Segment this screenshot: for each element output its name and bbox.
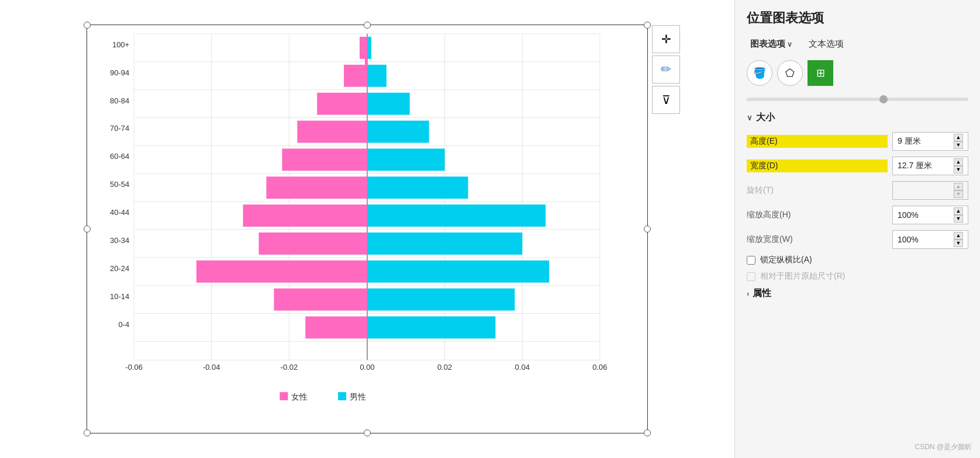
chart-toolbar: ✛ ✏ ⊽ <box>652 25 680 114</box>
filter-icon: ⊽ <box>662 93 671 107</box>
scale-height-value: 100% <box>898 210 951 220</box>
brush-button[interactable]: ✏ <box>652 55 680 84</box>
svg-text:80-84: 80-84 <box>110 96 129 105</box>
lock-ratio-row: 锁定纵横比(A) <box>747 255 968 265</box>
left-panel: ✛ ✏ ⊽ <box>0 0 734 458</box>
svg-text:50-54: 50-54 <box>110 180 129 189</box>
width-value: 12.7 厘米 <box>898 161 951 171</box>
filter-button[interactable]: ⊽ <box>652 86 680 114</box>
height-value: 9 厘米 <box>898 136 951 147</box>
svg-text:女性: 女性 <box>291 392 308 401</box>
attributes-section-header[interactable]: › 属性 <box>747 287 968 300</box>
scale-height-down-button[interactable]: ▼ <box>954 215 963 223</box>
rotation-label: 旋转(T) <box>747 185 888 196</box>
svg-text:10-14: 10-14 <box>110 292 129 301</box>
handle-mr[interactable] <box>644 225 651 233</box>
pentagon-icon: ⬠ <box>785 67 795 79</box>
panel-title: 位置图表选项 <box>747 9 968 27</box>
scale-width-label: 缩放宽度(W) <box>747 234 888 245</box>
height-row: 高度(E) 9 厘米 ▲ ▼ <box>747 132 968 151</box>
chart-container: ✛ ✏ ⊽ <box>87 25 648 433</box>
svg-text:-0.02: -0.02 <box>281 363 298 372</box>
svg-text:60-64: 60-64 <box>110 152 129 161</box>
handle-tl[interactable] <box>84 22 91 29</box>
svg-rect-48 <box>305 317 367 339</box>
svg-rect-38 <box>360 37 367 59</box>
svg-rect-40 <box>317 93 367 115</box>
handle-bc[interactable] <box>364 429 371 436</box>
width-label: 宽度(D) <box>747 159 888 172</box>
handle-tr[interactable] <box>644 22 651 29</box>
relative-size-checkbox[interactable] <box>747 272 755 281</box>
scale-width-row: 缩放宽度(W) 100% ▲ ▼ <box>747 230 968 249</box>
attributes-label: 属性 <box>753 287 771 300</box>
scale-height-value-box[interactable]: 100% ▲ ▼ <box>892 206 968 224</box>
width-row: 宽度(D) 12.7 厘米 ▲ ▼ <box>747 157 968 175</box>
rotation-value-box[interactable]: ▲ ▼ <box>892 181 968 200</box>
lock-ratio-label[interactable]: 锁定纵横比(A) <box>760 255 812 265</box>
slider-thumb[interactable] <box>879 95 888 103</box>
icon-row: 🪣 ⬠ ⊞ <box>747 60 968 86</box>
paint-bucket-button[interactable]: 🪣 <box>747 60 772 86</box>
scale-height-label: 缩放高度(H) <box>747 210 888 220</box>
svg-text:100+: 100+ <box>112 40 129 49</box>
svg-rect-49 <box>367 37 371 59</box>
scale-width-down-button[interactable]: ▼ <box>954 240 963 247</box>
handle-bl[interactable] <box>84 429 91 436</box>
handle-ml[interactable] <box>84 225 91 233</box>
svg-text:20-24: 20-24 <box>110 264 129 273</box>
add-element-button[interactable]: ✛ <box>652 25 680 53</box>
handle-tc[interactable] <box>364 22 371 29</box>
svg-rect-47 <box>274 289 367 311</box>
size-section-header: ∨ 大小 <box>747 112 968 124</box>
tab-chart-options[interactable]: 图表选项 ∨ <box>747 36 796 52</box>
grid-layout-button[interactable]: ⊞ <box>808 60 833 86</box>
svg-rect-46 <box>196 261 367 283</box>
slider-row <box>747 98 968 101</box>
relative-size-label: 相对于图片原始尺寸(R) <box>760 271 845 282</box>
width-down-button[interactable]: ▼ <box>954 166 963 174</box>
scale-height-row: 缩放高度(H) 100% ▲ ▼ <box>747 206 968 224</box>
svg-rect-50 <box>367 65 387 87</box>
svg-text:30-34: 30-34 <box>110 236 129 245</box>
tab-text-options[interactable]: 文本选项 <box>805 36 847 52</box>
height-value-box[interactable]: 9 厘米 ▲ ▼ <box>892 132 968 151</box>
svg-rect-56 <box>367 233 522 255</box>
scale-height-spinners: ▲ ▼ <box>954 207 963 223</box>
paint-bucket-icon: 🪣 <box>753 67 766 79</box>
width-value-box[interactable]: 12.7 厘米 ▲ ▼ <box>892 157 968 175</box>
brush-icon: ✏ <box>661 62 671 77</box>
pentagon-button[interactable]: ⬠ <box>777 60 803 86</box>
svg-rect-51 <box>367 93 410 115</box>
handle-br[interactable] <box>644 429 651 436</box>
width-spinners: ▲ ▼ <box>954 158 963 174</box>
population-pyramid-chart: 100+ 90-94 80-84 70-74 60-64 50-54 40-44… <box>87 25 647 433</box>
height-label: 高度(E) <box>747 135 888 148</box>
scale-height-up-button[interactable]: ▲ <box>954 207 963 215</box>
plus-icon: ✛ <box>661 32 671 46</box>
rotation-row: 旋转(T) ▲ ▼ <box>747 181 968 200</box>
height-up-button[interactable]: ▲ <box>954 134 963 141</box>
scale-width-value-box[interactable]: 100% ▲ ▼ <box>892 230 968 249</box>
width-up-button[interactable]: ▲ <box>954 158 963 166</box>
svg-rect-39 <box>344 65 367 87</box>
svg-rect-53 <box>367 148 445 171</box>
svg-text:0.00: 0.00 <box>360 363 374 372</box>
right-panel: 位置图表选项 图表选项 ∨ 文本选项 🪣 ⬠ ⊞ ∨ 大小 高度(E) <box>734 0 980 458</box>
scale-width-spinners: ▲ ▼ <box>954 232 963 247</box>
svg-rect-63 <box>338 392 346 400</box>
size-section-arrow: ∨ <box>747 113 753 122</box>
relative-size-row: 相对于图片原始尺寸(R) <box>747 271 968 282</box>
scale-width-up-button[interactable]: ▲ <box>954 232 963 240</box>
svg-text:-0.06: -0.06 <box>125 363 143 372</box>
svg-rect-61 <box>279 392 288 400</box>
svg-text:0-4: 0-4 <box>118 320 129 329</box>
svg-rect-52 <box>367 121 429 143</box>
grid-icon: ⊞ <box>816 67 825 79</box>
rotation-up-button[interactable]: ▲ <box>954 183 963 190</box>
svg-text:0.04: 0.04 <box>515 363 530 372</box>
height-down-button[interactable]: ▼ <box>954 141 963 149</box>
svg-rect-58 <box>367 289 515 311</box>
lock-ratio-checkbox[interactable] <box>747 256 755 265</box>
rotation-down-button[interactable]: ▼ <box>954 190 963 198</box>
